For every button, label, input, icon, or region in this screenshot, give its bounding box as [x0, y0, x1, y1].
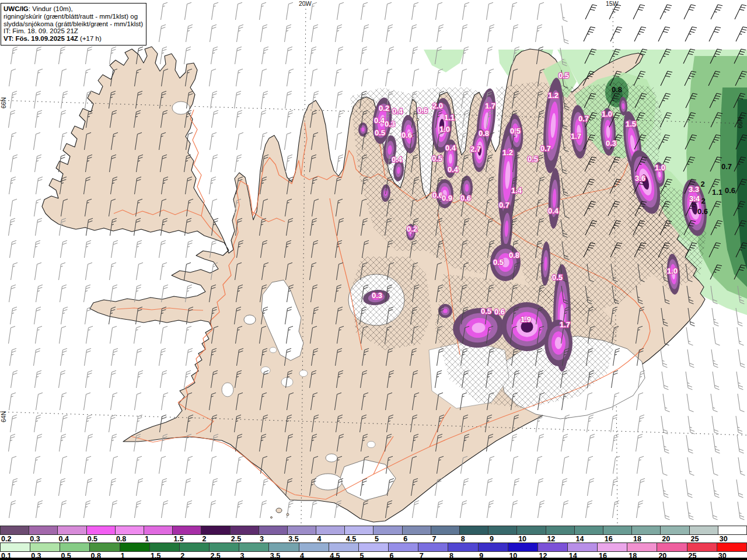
legend-cell: [717, 543, 747, 551]
legend-cell: [718, 526, 747, 534]
legend-cell: [210, 543, 239, 551]
legend-tick-label: 0.5: [88, 536, 97, 542]
precip-value-label: 0.5: [552, 273, 563, 282]
precip-value-label: 1.2: [548, 91, 558, 100]
legend-cell: [144, 526, 173, 534]
legend-tick-label: 5: [375, 536, 379, 542]
legend-tick-label: 0.2: [1, 536, 11, 542]
legend-cell: [479, 543, 508, 551]
legend-cell: [116, 526, 144, 534]
legend-cell: [87, 526, 116, 534]
precip-value-label: 1.1: [444, 113, 455, 122]
legend-cell: [403, 526, 431, 534]
snow-cell-band: [465, 184, 469, 191]
legend-tick-label: 3.5: [288, 536, 298, 542]
graticule-label: 20W: [299, 0, 312, 7]
legend-cell: [239, 543, 269, 551]
info-line-5: VT: Fös. 19.09.2025 14Z (+17 h): [4, 35, 144, 43]
precip-value-label: 0.5: [558, 71, 569, 80]
precip-value-label: 0.6: [697, 207, 708, 216]
legend-cell: [418, 543, 448, 551]
precip-value-label: 0.7: [540, 144, 551, 153]
info-line-3: slydda/snjókoma (grátt/bleikt/grænt - mm…: [4, 20, 144, 28]
legend-cell: [657, 543, 687, 551]
legend-cell: [345, 526, 374, 534]
legend-tick-label: 18: [633, 536, 641, 542]
legend-cell: [316, 526, 345, 534]
legend-tick-label: 7: [432, 536, 436, 542]
legend-tick-label: 1.5: [173, 536, 183, 542]
lake: [261, 367, 270, 374]
lake: [270, 347, 277, 353]
legend-cell: [374, 526, 402, 534]
precip-value-label: 0.5: [493, 258, 504, 267]
legend-tick-label: 4: [317, 536, 322, 542]
sleet-scale-ticks: 0.20.30.40.50.811.522.533.544.5567891012…: [0, 536, 747, 542]
precip-value-label: 1.5: [626, 120, 636, 128]
forecast-info-box: UWC/IG: Vindur (10m), rigning/skúrir (gr…: [1, 3, 146, 46]
precip-value-label: 0.8: [509, 251, 519, 260]
precip-value-label: 1.2: [502, 148, 513, 157]
legend-tick-label: 1: [145, 536, 149, 542]
legend-cell: [30, 543, 60, 551]
legend-cell: [575, 526, 603, 534]
legend-tick-label: 0.8: [116, 536, 126, 542]
precip-value-label: 3.3: [689, 185, 699, 194]
precip-value-label: 2: [701, 197, 705, 205]
precip-value-label: 0.2: [379, 104, 389, 113]
legend-cell: [58, 526, 86, 534]
small-island: [417, 118, 419, 121]
graticule-label: 66N: [736, 117, 743, 128]
legend-cell: [0, 543, 30, 551]
legend-tick-label: 4.5: [346, 536, 356, 542]
precipitation-legend: 0.20.30.40.50.811.522.533.544.5567891012…: [0, 526, 747, 560]
weather-forecast-page: 0.20.40.60.40.30.50.60.42.01.11.00.40.50…: [0, 0, 747, 560]
precip-value-label: 2.7: [470, 145, 481, 153]
legend-cell: [632, 526, 661, 534]
precip-value-label: 1.0: [602, 110, 612, 118]
legend-cell: [120, 543, 150, 551]
legend-cell: [488, 526, 517, 534]
precip-value-label: 0.6: [725, 186, 735, 195]
legend-tick-label: 8: [461, 536, 465, 542]
glacier-tindfjallajokull: [326, 454, 337, 462]
precip-value-label: 1.4: [511, 186, 522, 195]
legend-cell: [517, 526, 546, 534]
legend-tick-label: 2: [203, 536, 207, 542]
rain-scale-bar: [0, 542, 747, 552]
precip-value-label: 0.6: [417, 106, 428, 115]
snow-cell-band: [361, 127, 364, 132]
legend-cell: [259, 526, 288, 534]
legend-tick-label: 20: [662, 536, 670, 542]
legend-cell: [448, 543, 478, 551]
legend-cell: [201, 526, 230, 534]
precip-value-label: 3.6: [635, 174, 645, 183]
precip-value-label: 0.4: [392, 107, 403, 116]
info-line-1: UWC/IG: Vindur (10m),: [4, 5, 144, 13]
precip-value-label: 0.5: [510, 127, 521, 135]
precip-value-label: 0.2: [407, 225, 417, 233]
precip-value-label: 0.6: [402, 131, 412, 139]
glacier-eiriksjokull: [244, 315, 256, 324]
precip-value-label: 1.0: [439, 125, 450, 134]
legend-cell: [90, 543, 120, 551]
legend-cell: [568, 543, 598, 551]
precip-value-label: 0.5: [528, 155, 538, 163]
graticule-label: 66N: [0, 97, 7, 108]
legend-cell: [389, 543, 418, 551]
precip-value-label: 0.3: [606, 139, 616, 148]
precip-value-label: 0.5: [481, 307, 491, 316]
precip-value-label: 0.8: [612, 85, 622, 94]
legend-cell: [627, 543, 657, 551]
small-island: [287, 513, 289, 516]
precip-value-label: 1.1: [712, 188, 722, 197]
precip-value-label: 0.5: [375, 128, 385, 137]
precip-value-label: 1.9: [521, 315, 531, 324]
legend-cell: [538, 543, 568, 551]
weather-map: 0.20.40.60.40.30.50.60.42.01.11.00.40.50…: [0, 0, 747, 526]
legend-tick-label: 6: [403, 536, 407, 542]
legend-cell: [661, 526, 689, 534]
legend-cell: [508, 543, 538, 551]
legend-cell: [460, 526, 488, 534]
lake: [367, 441, 375, 447]
